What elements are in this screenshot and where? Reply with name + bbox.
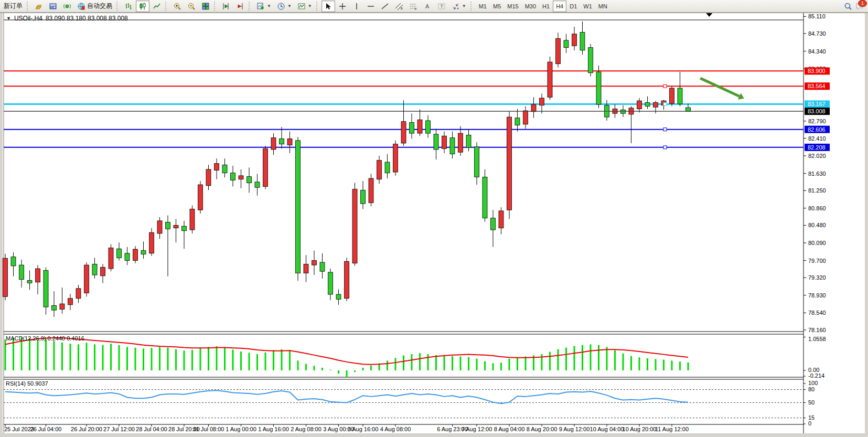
timeframe-h4-button[interactable]: H4 bbox=[553, 1, 566, 12]
time-axis-label: 8 Aug 04:00 bbox=[494, 426, 525, 432]
macd-histogram-bar bbox=[614, 350, 616, 370]
time-axis-label: 9 Aug 12:00 bbox=[559, 426, 590, 432]
price-line-handle[interactable] bbox=[663, 84, 667, 88]
timeframe-m15-button[interactable]: M15 bbox=[504, 1, 521, 12]
bear-candle bbox=[52, 306, 57, 311]
bull-candle bbox=[215, 164, 219, 170]
dropdown-caret: ▼ bbox=[267, 4, 271, 8]
bull-candle bbox=[401, 122, 406, 143]
chart-shift-icon[interactable] bbox=[233, 1, 247, 12]
macd-histogram-bar bbox=[679, 361, 681, 370]
bear-candle bbox=[564, 40, 569, 48]
bear-candle bbox=[483, 177, 487, 218]
bear-candle bbox=[580, 32, 585, 50]
price-line-label: 83.900 bbox=[808, 68, 826, 74]
ohlc-values: 83.090 83.180 83.008 83.008 bbox=[46, 15, 128, 22]
bear-candle bbox=[686, 108, 691, 111]
trendline-tool-button[interactable] bbox=[378, 1, 392, 12]
equidistant-channel-tool-button[interactable]: E bbox=[392, 1, 406, 12]
fibonacci-tool-button[interactable]: F bbox=[406, 1, 420, 12]
rsi-axis-tick: 0 bbox=[808, 420, 811, 427]
bar-chart-icon[interactable] bbox=[122, 1, 135, 12]
bull-candle bbox=[304, 264, 308, 273]
new-order-button[interactable]: 新订单 bbox=[1, 1, 25, 12]
macd-histogram-bar bbox=[623, 354, 624, 370]
time-axis-label: 7 Aug 12:00 bbox=[462, 426, 492, 432]
macd-histogram-bar bbox=[37, 340, 39, 370]
bear-candle bbox=[222, 165, 227, 173]
bear-candle bbox=[231, 173, 235, 180]
text-label-tool-button[interactable]: T bbox=[435, 1, 448, 12]
time-axis-label: 3 Aug 16:00 bbox=[348, 426, 379, 432]
bull-candle bbox=[369, 178, 373, 202]
macd-histogram-bar bbox=[582, 345, 583, 370]
bull-candle bbox=[271, 138, 276, 150]
macd-histogram-bar bbox=[184, 350, 185, 370]
horizontal-line-tool-button[interactable] bbox=[364, 1, 378, 12]
bull-candle bbox=[263, 148, 268, 186]
price-axis-tick: 78.160 bbox=[808, 327, 826, 333]
periods-clock-button[interactable]: ▼ bbox=[274, 1, 294, 12]
price-line-handle[interactable] bbox=[663, 102, 667, 105]
macd-axis-tick: 1.0558 bbox=[808, 336, 826, 342]
right-window-edge bbox=[865, 13, 868, 437]
zoom-in-icon[interactable] bbox=[170, 1, 184, 12]
bull-candle bbox=[653, 103, 658, 108]
profile-window-icon[interactable] bbox=[46, 1, 60, 12]
macd-histogram-bar bbox=[639, 357, 640, 370]
chat-button[interactable]: 1 bbox=[855, 2, 864, 10]
timeframe-h1-button[interactable]: H1 bbox=[539, 1, 553, 12]
time-axis-label: 10 Aug 04:00 bbox=[590, 426, 624, 432]
time-axis-label: 31 Jul 08:00 bbox=[193, 426, 224, 432]
timeframe-m5-button[interactable]: M5 bbox=[490, 1, 504, 12]
rsi-axis-tick: 100 bbox=[808, 380, 818, 386]
tile-windows-icon[interactable] bbox=[199, 1, 212, 12]
zoom-out-icon[interactable] bbox=[185, 1, 198, 12]
vertical-line-tool-button[interactable] bbox=[350, 1, 363, 12]
search-icon[interactable] bbox=[844, 2, 852, 10]
price-axis-tick: 81.630 bbox=[808, 170, 826, 177]
price-axis-tick: 81.250 bbox=[808, 187, 826, 194]
autotrading-button[interactable]: 自动交易 bbox=[74, 1, 115, 12]
templates-button[interactable]: ▼ bbox=[295, 1, 315, 12]
timeframe-w1-button[interactable]: W1 bbox=[580, 1, 595, 12]
broadcast-icon[interactable] bbox=[60, 1, 74, 12]
crosshair-tool-button[interactable] bbox=[336, 1, 349, 12]
cursor-tool-button[interactable] bbox=[322, 1, 335, 12]
line-chart-icon[interactable] bbox=[150, 1, 164, 12]
arrows-tool-button[interactable]: ▼ bbox=[449, 1, 469, 12]
bull-candle bbox=[442, 136, 447, 148]
candlestick-chart-icon[interactable] bbox=[136, 1, 149, 12]
timeframe-m30-button[interactable]: M30 bbox=[522, 1, 539, 12]
time-axis-label: 26 Jul 04:00 bbox=[30, 426, 62, 432]
price-line-handle[interactable] bbox=[663, 146, 667, 149]
bear-candle bbox=[44, 270, 48, 307]
macd-histogram-bar bbox=[630, 356, 632, 370]
svg-text:T: T bbox=[440, 4, 443, 9]
price-line-label: 83.008 bbox=[808, 108, 826, 114]
timeframe-d1-button[interactable]: D1 bbox=[566, 1, 580, 12]
bull-candle bbox=[198, 185, 203, 210]
bull-candle bbox=[84, 265, 89, 293]
chart-header-collapse-icon[interactable]: ▼ bbox=[6, 16, 11, 21]
macd-histogram-bar bbox=[590, 344, 592, 370]
chart-canvas[interactable]: 85.11084.73084.34083.95082.79082.41082.0… bbox=[0, 0, 868, 437]
text-tool-button[interactable]: A bbox=[421, 1, 434, 12]
toolbar-separator bbox=[249, 2, 252, 11]
gold-ingot-icon[interactable] bbox=[32, 1, 46, 12]
macd-histogram-bar bbox=[240, 351, 242, 370]
macd-histogram-bar bbox=[322, 368, 323, 370]
auto-scroll-icon[interactable] bbox=[219, 1, 233, 12]
time-axis-label: 26 Jul 20:00 bbox=[71, 426, 102, 432]
bear-candle bbox=[361, 190, 366, 204]
timeframe-m1-button[interactable]: M1 bbox=[476, 1, 490, 12]
timeframe-mn-button[interactable]: MN bbox=[595, 1, 610, 12]
macd-histogram-bar bbox=[517, 357, 518, 370]
price-axis-tick: 80.480 bbox=[808, 222, 826, 228]
add-indicator-button[interactable]: ▼ bbox=[254, 1, 274, 12]
price-line-label: 82.208 bbox=[808, 144, 826, 151]
bull-candle bbox=[345, 261, 349, 299]
bull-candle bbox=[3, 258, 8, 296]
price-line-handle[interactable] bbox=[663, 128, 667, 131]
bull-candle bbox=[499, 211, 503, 228]
